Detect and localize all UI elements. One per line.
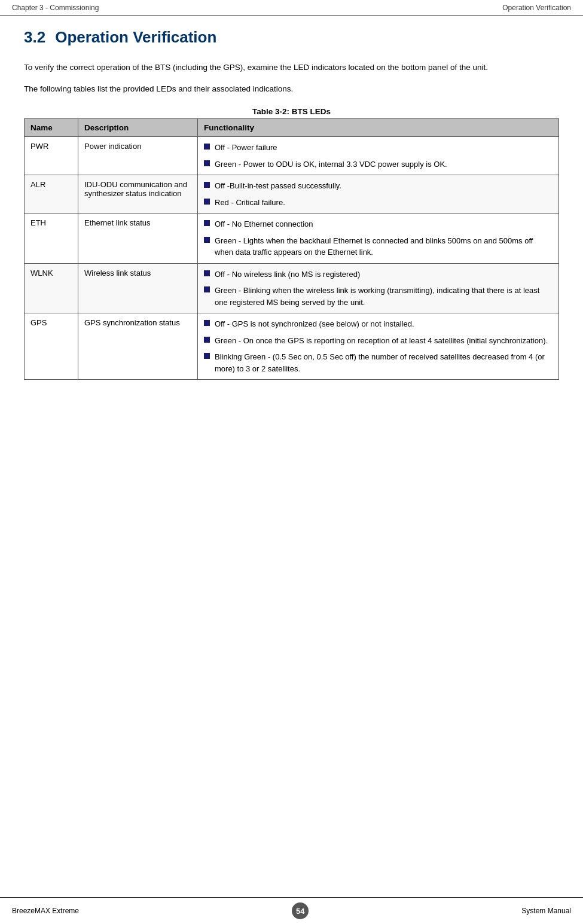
intro-para2: The following tables list the provided L… [24, 83, 559, 96]
cell-func-gps: Off - GPS is not synchronized (see below… [198, 313, 559, 380]
bullet-item: Green - Power to ODU is OK, internal 3.3… [204, 158, 553, 170]
cell-func-alr: Off -Built-in-test passed successfully.R… [198, 175, 559, 214]
bullet-icon [204, 270, 210, 276]
bullet-item: Green - On once the GPS is reporting on … [204, 335, 553, 347]
bullet-text: Green - Power to ODU is OK, internal 3.3… [215, 158, 553, 170]
section-heading: 3.2Operation Verification [24, 28, 559, 47]
bullet-text: Off -Built-in-test passed successfully. [215, 180, 553, 192]
bullet-icon [204, 337, 210, 343]
main-content: 3.2Operation Verification To verify the … [0, 16, 583, 404]
footer-right: System Manual [521, 907, 571, 915]
cell-name-eth: ETH [25, 214, 78, 264]
bullet-text: Green - On once the GPS is reporting on … [215, 335, 553, 347]
section-number: 3.2 [24, 28, 45, 46]
footer-page-number: 54 [292, 902, 309, 919]
bullet-item: Off - No Ethernet connection [204, 218, 553, 230]
col-header-description: Description [78, 119, 198, 137]
page-footer: BreezeMAX Extreme 54 System Manual [0, 897, 583, 924]
cell-desc-alr: IDU-ODU communication and synthesizer st… [78, 175, 198, 214]
cell-name-gps: GPS [25, 313, 78, 380]
bullet-item: Off -Built-in-test passed successfully. [204, 180, 553, 192]
bullet-icon [204, 286, 210, 292]
table-row: ETHEthernet link statusOff - No Ethernet… [25, 214, 559, 264]
bullet-item: Off - GPS is not synchronized (see below… [204, 318, 553, 330]
bullet-icon [204, 320, 210, 326]
table-row: ALRIDU-ODU communication and synthesizer… [25, 175, 559, 214]
col-header-functionality: Functionality [198, 119, 559, 137]
bullet-icon [204, 182, 210, 188]
section-title: Operation Verification [55, 28, 216, 46]
cell-desc-eth: Ethernet link status [78, 214, 198, 264]
cell-desc-pwr: Power indication [78, 137, 198, 175]
bullet-icon [204, 144, 210, 150]
intro-para1: To verify the correct operation of the B… [24, 61, 559, 74]
bullet-item: Blinking Green - (0.5 Sec on, 0.5 Sec of… [204, 351, 553, 374]
col-header-name: Name [25, 119, 78, 137]
bullet-text: Off - No Ethernet connection [215, 218, 553, 230]
bullet-icon [204, 353, 210, 359]
table-row: GPSGPS synchronization statusOff - GPS i… [25, 313, 559, 380]
cell-name-pwr: PWR [25, 137, 78, 175]
bullet-text: Blinking Green - (0.5 Sec on, 0.5 Sec of… [215, 351, 553, 374]
bullet-item: Green - Blinking when the wireless link … [204, 285, 553, 308]
bullet-text: Green - Blinking when the wireless link … [215, 285, 553, 308]
table-title: Table 3-2: BTS LEDs [24, 107, 559, 116]
bullet-text: Off - No wireless link (no MS is registe… [215, 269, 553, 280]
cell-func-wlnk: Off - No wireless link (no MS is registe… [198, 263, 559, 313]
bullet-icon [204, 237, 210, 243]
bullet-item: Off - Power failure [204, 142, 553, 154]
table-header-row: Name Description Functionality [25, 119, 559, 137]
bts-table: Name Description Functionality PWRPower … [24, 118, 559, 380]
cell-desc-gps: GPS synchronization status [78, 313, 198, 380]
table-row: WLNKWireless link statusOff - No wireles… [25, 263, 559, 313]
header-left: Chapter 3 - Commissioning [12, 4, 99, 12]
bullet-text: Off - GPS is not synchronized (see below… [215, 318, 553, 330]
bullet-icon [204, 199, 210, 205]
header-right: Operation Verification [502, 4, 571, 12]
cell-func-eth: Off - No Ethernet connectionGreen - Ligh… [198, 214, 559, 264]
bullet-item: Red - Critical failure. [204, 197, 553, 209]
bullet-item: Green - Lights when the backhaul Etherne… [204, 235, 553, 258]
cell-desc-wlnk: Wireless link status [78, 263, 198, 313]
bullet-text: Off - Power failure [215, 142, 553, 154]
cell-func-pwr: Off - Power failureGreen - Power to ODU … [198, 137, 559, 175]
cell-name-wlnk: WLNK [25, 263, 78, 313]
bullet-text: Green - Lights when the backhaul Etherne… [215, 235, 553, 258]
bullet-icon [204, 160, 210, 166]
cell-name-alr: ALR [25, 175, 78, 214]
table-row: PWRPower indicationOff - Power failureGr… [25, 137, 559, 175]
footer-left: BreezeMAX Extreme [12, 907, 79, 915]
bullet-item: Off - No wireless link (no MS is registe… [204, 269, 553, 280]
page-header: Chapter 3 - Commissioning Operation Veri… [0, 0, 583, 16]
bullet-text: Red - Critical failure. [215, 197, 553, 209]
bullet-icon [204, 220, 210, 226]
